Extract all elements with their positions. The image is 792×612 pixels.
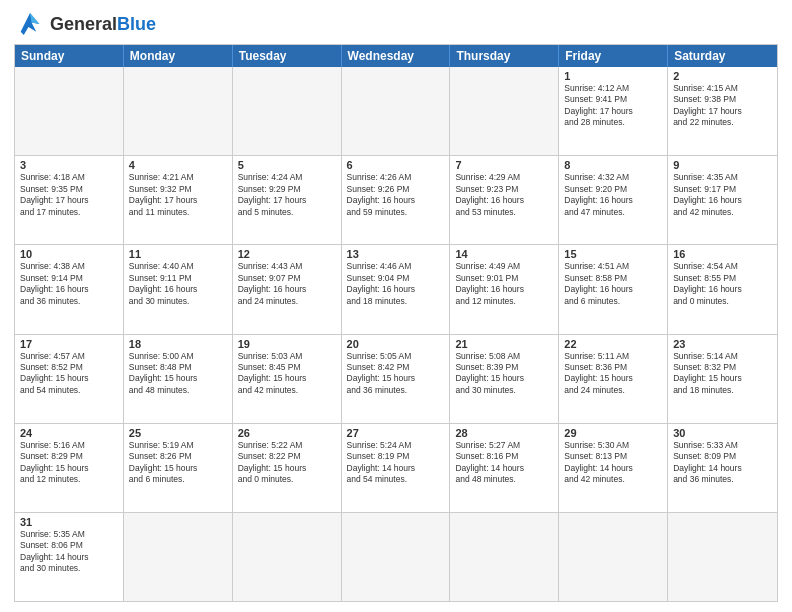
day-info: Sunrise: 4:18 AM Sunset: 9:35 PM Dayligh… [20,172,118,218]
day-info: Sunrise: 4:21 AM Sunset: 9:32 PM Dayligh… [129,172,227,218]
day-number: 18 [129,338,227,350]
calendar-cell: 11Sunrise: 4:40 AM Sunset: 9:11 PM Dayli… [124,245,233,333]
day-number: 21 [455,338,553,350]
day-number: 14 [455,248,553,260]
calendar-cell: 23Sunrise: 5:14 AM Sunset: 8:32 PM Dayli… [668,335,777,423]
calendar-cell: 3Sunrise: 4:18 AM Sunset: 9:35 PM Daylig… [15,156,124,244]
day-info: Sunrise: 5:11 AM Sunset: 8:36 PM Dayligh… [564,351,662,397]
day-info: Sunrise: 5:14 AM Sunset: 8:32 PM Dayligh… [673,351,772,397]
day-number: 26 [238,427,336,439]
day-number: 16 [673,248,772,260]
day-number: 1 [564,70,662,82]
day-info: Sunrise: 4:12 AM Sunset: 9:41 PM Dayligh… [564,83,662,129]
day-number: 27 [347,427,445,439]
calendar-cell: 17Sunrise: 4:57 AM Sunset: 8:52 PM Dayli… [15,335,124,423]
day-info: Sunrise: 5:16 AM Sunset: 8:29 PM Dayligh… [20,440,118,486]
calendar-cell: 6Sunrise: 4:26 AM Sunset: 9:26 PM Daylig… [342,156,451,244]
day-info: Sunrise: 4:24 AM Sunset: 9:29 PM Dayligh… [238,172,336,218]
calendar-cell: 9Sunrise: 4:35 AM Sunset: 9:17 PM Daylig… [668,156,777,244]
day-number: 28 [455,427,553,439]
day-number: 3 [20,159,118,171]
header-day-saturday: Saturday [668,45,777,67]
day-number: 9 [673,159,772,171]
calendar-cell [450,513,559,601]
calendar-cell: 24Sunrise: 5:16 AM Sunset: 8:29 PM Dayli… [15,424,124,512]
calendar-cell: 20Sunrise: 5:05 AM Sunset: 8:42 PM Dayli… [342,335,451,423]
day-info: Sunrise: 4:57 AM Sunset: 8:52 PM Dayligh… [20,351,118,397]
calendar-body: 1Sunrise: 4:12 AM Sunset: 9:41 PM Daylig… [15,67,777,601]
calendar-cell [342,513,451,601]
calendar-cell: 12Sunrise: 4:43 AM Sunset: 9:07 PM Dayli… [233,245,342,333]
header-day-wednesday: Wednesday [342,45,451,67]
day-info: Sunrise: 5:00 AM Sunset: 8:48 PM Dayligh… [129,351,227,397]
day-info: Sunrise: 4:38 AM Sunset: 9:14 PM Dayligh… [20,261,118,307]
calendar-week-2: 10Sunrise: 4:38 AM Sunset: 9:14 PM Dayli… [15,244,777,333]
day-number: 25 [129,427,227,439]
calendar-cell: 21Sunrise: 5:08 AM Sunset: 8:39 PM Dayli… [450,335,559,423]
calendar-cell: 14Sunrise: 4:49 AM Sunset: 9:01 PM Dayli… [450,245,559,333]
day-number: 2 [673,70,772,82]
day-info: Sunrise: 5:24 AM Sunset: 8:19 PM Dayligh… [347,440,445,486]
calendar-cell: 29Sunrise: 5:30 AM Sunset: 8:13 PM Dayli… [559,424,668,512]
header-day-tuesday: Tuesday [233,45,342,67]
svg-marker-0 [21,13,40,35]
header-day-sunday: Sunday [15,45,124,67]
calendar-cell: 31Sunrise: 5:35 AM Sunset: 8:06 PM Dayli… [15,513,124,601]
calendar-cell: 26Sunrise: 5:22 AM Sunset: 8:22 PM Dayli… [233,424,342,512]
logo: GeneralBlue [14,10,156,38]
calendar-cell: 13Sunrise: 4:46 AM Sunset: 9:04 PM Dayli… [342,245,451,333]
calendar-cell: 19Sunrise: 5:03 AM Sunset: 8:45 PM Dayli… [233,335,342,423]
day-number: 7 [455,159,553,171]
calendar-cell: 15Sunrise: 4:51 AM Sunset: 8:58 PM Dayli… [559,245,668,333]
day-info: Sunrise: 4:29 AM Sunset: 9:23 PM Dayligh… [455,172,553,218]
day-number: 10 [20,248,118,260]
day-number: 31 [20,516,118,528]
calendar-cell [668,513,777,601]
calendar-cell: 7Sunrise: 4:29 AM Sunset: 9:23 PM Daylig… [450,156,559,244]
day-info: Sunrise: 4:49 AM Sunset: 9:01 PM Dayligh… [455,261,553,307]
day-info: Sunrise: 5:05 AM Sunset: 8:42 PM Dayligh… [347,351,445,397]
calendar-cell [15,67,124,155]
calendar-cell [124,67,233,155]
day-info: Sunrise: 4:43 AM Sunset: 9:07 PM Dayligh… [238,261,336,307]
calendar-week-1: 3Sunrise: 4:18 AM Sunset: 9:35 PM Daylig… [15,155,777,244]
header-day-friday: Friday [559,45,668,67]
day-number: 29 [564,427,662,439]
day-info: Sunrise: 4:54 AM Sunset: 8:55 PM Dayligh… [673,261,772,307]
calendar-cell: 4Sunrise: 4:21 AM Sunset: 9:32 PM Daylig… [124,156,233,244]
calendar: SundayMondayTuesdayWednesdayThursdayFrid… [14,44,778,602]
calendar-cell: 25Sunrise: 5:19 AM Sunset: 8:26 PM Dayli… [124,424,233,512]
day-info: Sunrise: 4:32 AM Sunset: 9:20 PM Dayligh… [564,172,662,218]
day-info: Sunrise: 4:15 AM Sunset: 9:38 PM Dayligh… [673,83,772,129]
day-number: 13 [347,248,445,260]
day-info: Sunrise: 5:22 AM Sunset: 8:22 PM Dayligh… [238,440,336,486]
day-info: Sunrise: 4:51 AM Sunset: 8:58 PM Dayligh… [564,261,662,307]
header-day-thursday: Thursday [450,45,559,67]
calendar-cell: 10Sunrise: 4:38 AM Sunset: 9:14 PM Dayli… [15,245,124,333]
calendar-week-5: 31Sunrise: 5:35 AM Sunset: 8:06 PM Dayli… [15,512,777,601]
header-day-monday: Monday [124,45,233,67]
day-number: 30 [673,427,772,439]
day-number: 17 [20,338,118,350]
calendar-week-0: 1Sunrise: 4:12 AM Sunset: 9:41 PM Daylig… [15,67,777,155]
day-info: Sunrise: 4:35 AM Sunset: 9:17 PM Dayligh… [673,172,772,218]
day-number: 23 [673,338,772,350]
day-number: 11 [129,248,227,260]
calendar-cell: 28Sunrise: 5:27 AM Sunset: 8:16 PM Dayli… [450,424,559,512]
day-number: 24 [20,427,118,439]
day-number: 19 [238,338,336,350]
calendar-cell [342,67,451,155]
calendar-cell: 1Sunrise: 4:12 AM Sunset: 9:41 PM Daylig… [559,67,668,155]
calendar-cell [559,513,668,601]
calendar-cell: 8Sunrise: 4:32 AM Sunset: 9:20 PM Daylig… [559,156,668,244]
calendar-cell: 22Sunrise: 5:11 AM Sunset: 8:36 PM Dayli… [559,335,668,423]
calendar-cell: 27Sunrise: 5:24 AM Sunset: 8:19 PM Dayli… [342,424,451,512]
calendar-week-4: 24Sunrise: 5:16 AM Sunset: 8:29 PM Dayli… [15,423,777,512]
day-info: Sunrise: 5:08 AM Sunset: 8:39 PM Dayligh… [455,351,553,397]
page-header: GeneralBlue [14,10,778,38]
logo-icon [14,10,46,38]
calendar-cell: 2Sunrise: 4:15 AM Sunset: 9:38 PM Daylig… [668,67,777,155]
day-info: Sunrise: 5:03 AM Sunset: 8:45 PM Dayligh… [238,351,336,397]
calendar-cell: 5Sunrise: 4:24 AM Sunset: 9:29 PM Daylig… [233,156,342,244]
day-info: Sunrise: 4:40 AM Sunset: 9:11 PM Dayligh… [129,261,227,307]
